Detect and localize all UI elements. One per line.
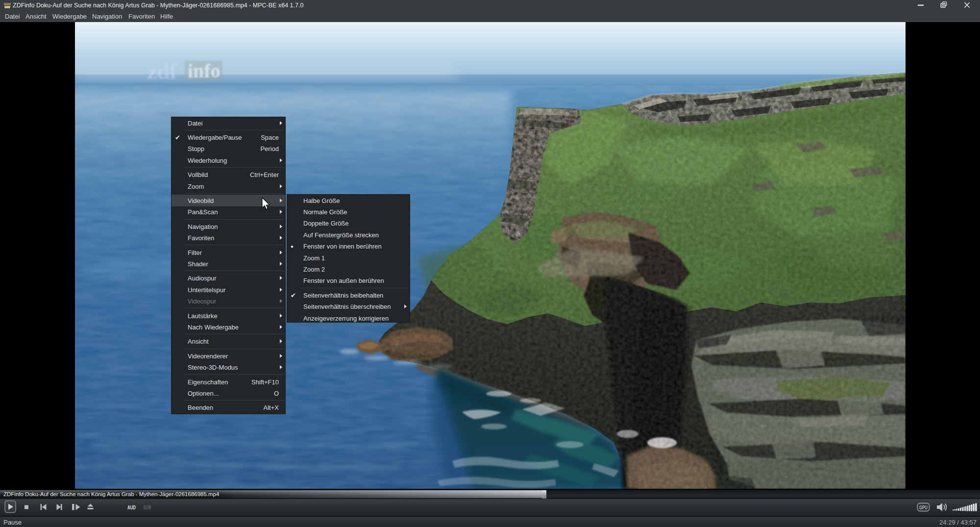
svg-text:GPU: GPU (919, 505, 928, 510)
svg-text:SUB: SUB (144, 504, 151, 510)
svg-text:zdf: zdf (147, 59, 177, 84)
svg-text:AUD: AUD (127, 504, 136, 510)
svg-text:info: info (188, 60, 220, 82)
